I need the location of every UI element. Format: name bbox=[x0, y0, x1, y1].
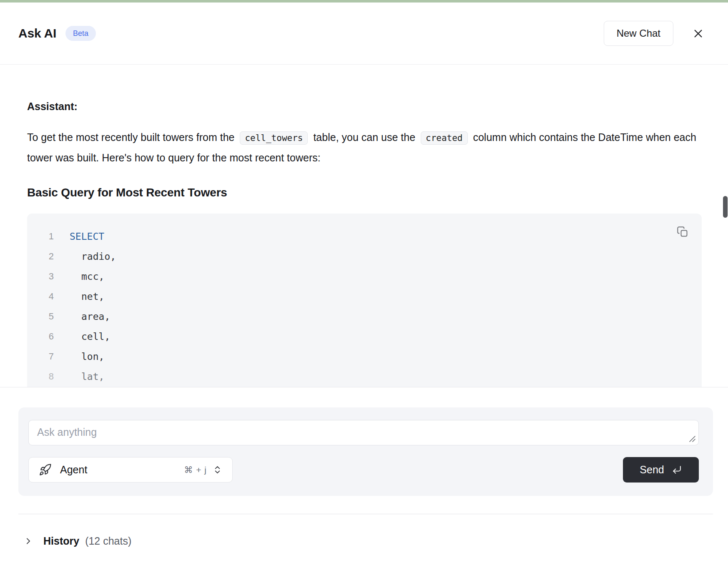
rocket-icon bbox=[39, 463, 52, 476]
code-text: lat, bbox=[81, 371, 104, 382]
composer-input-wrap bbox=[28, 420, 699, 445]
message-text: To get the most recently built towers fr… bbox=[27, 131, 237, 143]
ask-input[interactable] bbox=[28, 420, 699, 445]
copy-code-button[interactable] bbox=[677, 226, 688, 238]
code-line: 4 net, bbox=[42, 287, 702, 307]
chat-message-area: Assistant: To get the most recently buil… bbox=[0, 65, 728, 387]
send-button-label: Send bbox=[640, 464, 664, 476]
chevron-up-down-icon bbox=[213, 465, 222, 475]
line-number: 2 bbox=[42, 251, 54, 262]
line-number: 4 bbox=[42, 291, 54, 302]
agent-mode-select[interactable]: Agent ⌘ + j bbox=[28, 457, 233, 483]
line-number: 3 bbox=[42, 271, 54, 282]
history-label: History bbox=[43, 535, 79, 547]
section-heading: Basic Query for Most Recent Towers bbox=[27, 186, 701, 199]
composer-panel: Agent ⌘ + j Send bbox=[18, 407, 713, 496]
code-line: 2 radio, bbox=[42, 246, 702, 266]
inline-code-cell-towers: cell_towers bbox=[240, 131, 308, 145]
composer-controls: Agent ⌘ + j Send bbox=[28, 457, 699, 483]
keyboard-shortcut: ⌘ + j bbox=[184, 465, 207, 475]
code-line: 6 cell, bbox=[42, 327, 702, 347]
panel-header: Ask AI Beta New Chat bbox=[0, 3, 728, 65]
code-text: mcc, bbox=[81, 271, 104, 282]
line-number: 1 bbox=[42, 231, 54, 242]
history-divider bbox=[18, 514, 713, 514]
chevron-right-icon bbox=[24, 537, 33, 545]
message-text: table, you can use the bbox=[310, 131, 418, 143]
line-number: 7 bbox=[42, 351, 54, 362]
code-text: radio, bbox=[81, 251, 116, 262]
scrollbar-thumb[interactable] bbox=[723, 196, 728, 218]
line-number: 5 bbox=[42, 311, 54, 322]
agent-mode-label: Agent bbox=[60, 464, 87, 476]
code-line: 8 lat, bbox=[42, 367, 702, 387]
code-line: 5 area, bbox=[42, 307, 702, 327]
code-line: 9 range, bbox=[42, 387, 702, 387]
sql-code-block: 1 SELECT 2 radio, 3 mcc, 4 net, 5 area, … bbox=[27, 214, 702, 387]
line-number: 6 bbox=[42, 331, 54, 342]
code-line: 7 lon, bbox=[42, 347, 702, 367]
inline-code-created: created bbox=[421, 131, 468, 145]
code-line: 3 mcc, bbox=[42, 266, 702, 287]
close-icon bbox=[693, 28, 704, 39]
return-key-icon bbox=[672, 465, 682, 475]
assistant-message: To get the most recently built towers fr… bbox=[27, 128, 701, 168]
line-number: 8 bbox=[42, 371, 54, 382]
code-text: cell, bbox=[81, 331, 110, 342]
code-line: 1 SELECT bbox=[42, 226, 702, 246]
assistant-role-label: Assistant: bbox=[27, 101, 701, 113]
header-actions: New Chat bbox=[604, 21, 710, 46]
code-text: net, bbox=[81, 291, 104, 302]
history-toggle[interactable]: History (12 chats) bbox=[24, 535, 728, 547]
code-text: area, bbox=[81, 311, 110, 322]
code-text: SELECT bbox=[70, 231, 104, 242]
page-title: Ask AI bbox=[18, 26, 56, 40]
copy-icon bbox=[677, 226, 688, 238]
new-chat-button[interactable]: New Chat bbox=[604, 21, 673, 46]
code-text: lon, bbox=[81, 351, 104, 362]
close-button[interactable] bbox=[693, 28, 704, 39]
send-button[interactable]: Send bbox=[623, 457, 699, 483]
beta-badge: Beta bbox=[65, 26, 96, 41]
history-count: (12 chats) bbox=[85, 535, 131, 547]
